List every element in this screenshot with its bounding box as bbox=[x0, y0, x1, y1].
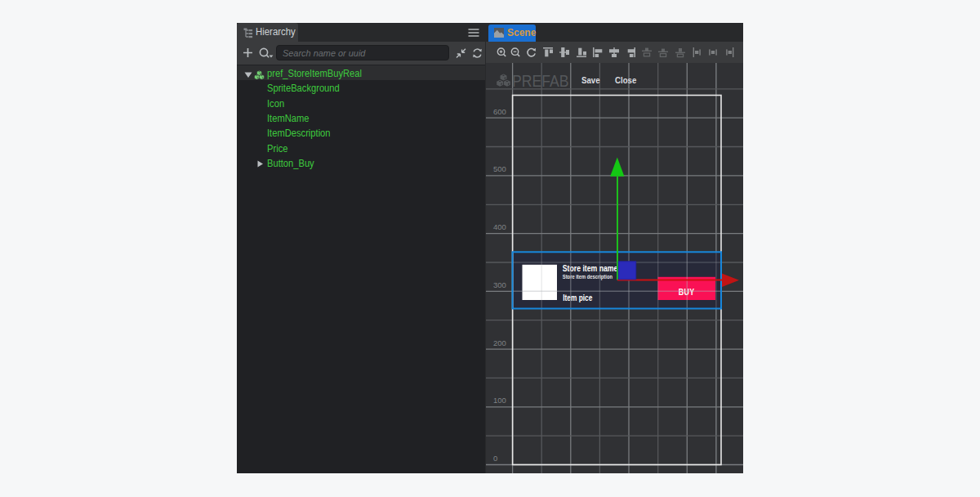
svg-text:300: 300 bbox=[493, 280, 506, 289]
svg-text:500: 500 bbox=[493, 164, 506, 173]
svg-text:Store item description: Store item description bbox=[563, 274, 612, 280]
svg-text:0: 0 bbox=[493, 454, 497, 463]
svg-text:Item pice: Item pice bbox=[563, 293, 592, 302]
svg-text:600: 600 bbox=[493, 107, 506, 116]
svg-text:100: 100 bbox=[493, 396, 506, 405]
svg-text:200: 200 bbox=[493, 338, 506, 347]
svg-text:400: 400 bbox=[493, 222, 506, 231]
